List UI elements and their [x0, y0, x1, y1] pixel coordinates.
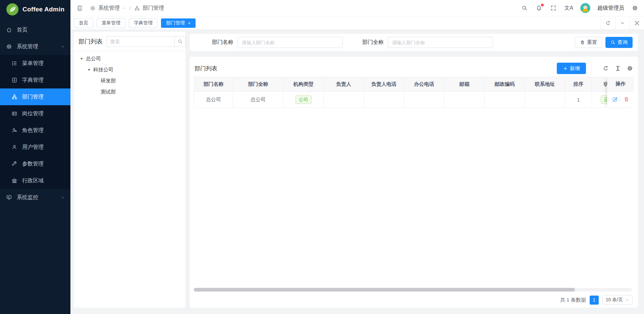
column-header: 办公电话 [404, 77, 444, 92]
column-settings-button[interactable] [627, 65, 633, 72]
sidebar-group-system[interactable]: 系统管理 [0, 38, 70, 55]
cell-dept-fullname: 总公司 [233, 92, 283, 108]
tab-label: 首页 [79, 20, 88, 26]
add-button[interactable]: 新增 [557, 63, 586, 74]
pagination: 共 1 条数据 1 10 条/页 [194, 292, 634, 308]
sidebar-item-role-mgmt[interactable]: 角色管理 [0, 122, 70, 139]
search-icon [522, 5, 528, 11]
wrench-icon [11, 161, 17, 167]
delete-icon[interactable] [624, 97, 629, 102]
tree-panel-title: 部门列表 [78, 38, 103, 46]
tab-home[interactable]: 首页 [74, 18, 93, 28]
tree-node-leaf[interactable]: 测试部 [78, 86, 181, 98]
filter-actions: 重置 查询 [575, 37, 633, 48]
collapse-sidebar-icon[interactable] [76, 5, 83, 11]
settings-button[interactable] [631, 4, 639, 12]
tree-node-root[interactable]: 总公司 [78, 53, 181, 64]
monitor-icon [6, 194, 12, 200]
table-row[interactable]: 总公司 总公司 公司 1 正 [194, 92, 626, 108]
table-header-row: 部门名称 部门全称 机构类型 负责人 负责人电话 办公电话 邮箱 邮政编码 联系… [194, 77, 626, 92]
close-icon[interactable]: × [188, 21, 191, 25]
page-number-button[interactable]: 1 [590, 296, 599, 305]
sidebar-item-param-mgmt[interactable]: 参数管理 [0, 155, 70, 172]
horizontal-scrollbar[interactable] [194, 288, 632, 292]
refresh-tab-button[interactable] [601, 16, 615, 30]
filter-bar: 部门名称 部门全称 重置 查询 [190, 34, 638, 51]
breadcrumb-section[interactable]: 系统管理 [98, 5, 120, 12]
edit-icon[interactable] [612, 97, 618, 102]
translate-icon: 文A [564, 5, 573, 12]
caret-down-icon[interactable] [80, 57, 84, 61]
tree-panel-header: 部门列表 [78, 36, 181, 47]
cell-sort: 1 [565, 92, 592, 108]
topbar-actions: 文A 超级管理员 [521, 3, 639, 13]
column-header: 联系地址 [525, 77, 565, 92]
button-label: 重置 [587, 39, 597, 46]
tree-search-button[interactable] [174, 36, 185, 47]
org-type-badge: 公司 [296, 96, 312, 104]
org-chart-icon [11, 94, 17, 100]
right-column: 部门名称 部门全称 重置 查询 [190, 34, 638, 308]
reset-button[interactable]: 重置 [575, 37, 602, 48]
tree-search-input[interactable] [107, 36, 174, 47]
dept-fullname-input[interactable] [388, 37, 493, 48]
button-label: 新增 [570, 65, 580, 72]
column-header: 排序 [565, 77, 592, 92]
sidebar-item-admin-region[interactable]: 行政区域 [0, 172, 70, 189]
tab-label: 部门管理 [166, 20, 185, 26]
dept-name-input[interactable] [237, 37, 343, 48]
column-header: 邮政编码 [485, 77, 525, 92]
plus-icon [563, 66, 568, 71]
sidebar-item-label: 菜单管理 [22, 60, 44, 67]
row-height-button[interactable] [614, 65, 621, 72]
breadcrumb-page: 部门管理 [143, 5, 164, 12]
fullscreen-button[interactable] [550, 4, 557, 12]
page-size-select[interactable]: 10 条/页 [602, 295, 633, 305]
cell-office-phone [404, 92, 444, 108]
column-header: 邮箱 [444, 77, 485, 92]
maximize-content-button[interactable] [630, 16, 644, 30]
sidebar-item-label: 部门管理 [22, 93, 44, 101]
scrollbar-thumb[interactable] [194, 288, 575, 292]
bank-icon [11, 178, 17, 184]
search-button[interactable] [521, 4, 528, 12]
query-button[interactable]: 查询 [605, 37, 633, 48]
table-region: 部门名称 部门全称 机构类型 负责人 负责人电话 办公电话 邮箱 邮政编码 联系… [194, 77, 634, 292]
filter-field-dept-name: 部门名称 [212, 37, 343, 48]
dept-tree-panel: 部门列表 总公司 [74, 32, 185, 308]
top-header: 系统管理 / 部门管理 文A [70, 0, 644, 16]
refresh-table-button[interactable] [602, 65, 609, 72]
app-title: Coffee Admin [22, 6, 64, 13]
divider [591, 65, 592, 72]
dept-tree: 总公司 科技公司 研发部 测试部 [78, 53, 181, 98]
coffee-admin-logo-icon [6, 3, 19, 16]
sidebar-item-dict-mgmt[interactable]: 字典管理 [0, 72, 70, 88]
sidebar-submenu-system: 菜单管理 字典管理 部门管理 岗位管理 角色管理 [0, 55, 70, 189]
dictionary-icon [11, 77, 17, 83]
sidebar-group-monitor[interactable]: 系统监控 [0, 189, 70, 206]
sidebar-item-post-mgmt[interactable]: 岗位管理 [0, 105, 70, 122]
sidebar-item-menu-mgmt[interactable]: 菜单管理 [0, 55, 70, 72]
app-root: Coffee Admin 首页 系统管理 菜单管理 字典管理 [0, 0, 644, 314]
tab-dict-mgmt[interactable]: 字典管理 [129, 18, 158, 28]
sidebar-item-dept-mgmt[interactable]: 部门管理 [0, 88, 70, 105]
notifications-button[interactable] [535, 4, 543, 12]
user-name[interactable]: 超级管理员 [597, 5, 624, 12]
caret-down-icon[interactable] [87, 68, 91, 72]
tab-menu-mgmt[interactable]: 菜单管理 [97, 18, 125, 28]
tab-label: 菜单管理 [102, 20, 120, 26]
tree-node-leaf[interactable]: 研发部 [78, 75, 181, 86]
chevron-down-icon[interactable] [122, 6, 126, 10]
translate-button[interactable]: 文A [564, 4, 573, 12]
main-area: 系统管理 / 部门管理 文A [70, 0, 644, 314]
sidebar-item-user-mgmt[interactable]: 用户管理 [0, 139, 70, 155]
logo[interactable]: Coffee Admin [0, 0, 70, 19]
tab-options-button[interactable] [615, 16, 630, 30]
tab-dept-mgmt[interactable]: 部门管理 × [161, 18, 196, 28]
sidebar-item-home[interactable]: 首页 [0, 21, 70, 38]
chevron-down-icon [620, 21, 625, 25]
field-label: 部门全称 [362, 39, 384, 46]
tree-node-child[interactable]: 科技公司 [78, 64, 181, 75]
avatar[interactable] [580, 3, 590, 13]
cell-address [525, 92, 565, 108]
